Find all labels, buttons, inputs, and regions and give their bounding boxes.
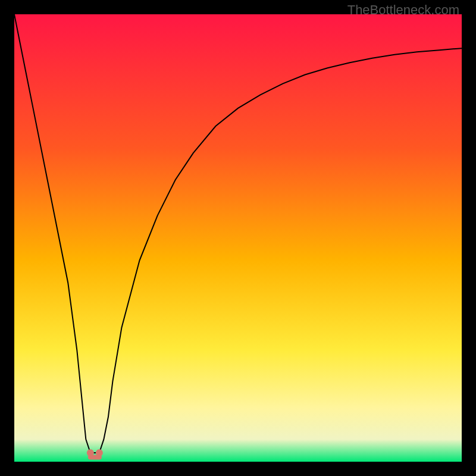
chart-area [14, 14, 462, 462]
marker-point [96, 449, 103, 456]
chart-svg [14, 14, 462, 462]
watermark-text: TheBottleneck.com [347, 2, 459, 18]
marker-point [87, 449, 94, 456]
